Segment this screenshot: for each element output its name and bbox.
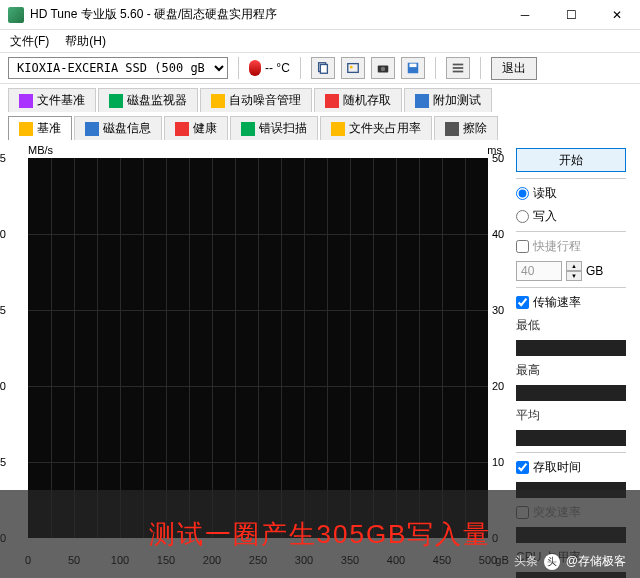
y-axis-left-label: MB/s [28, 144, 53, 156]
separator [516, 452, 626, 453]
maximize-button[interactable]: ☐ [548, 0, 594, 30]
separator [480, 57, 481, 79]
close-button[interactable]: ✕ [594, 0, 640, 30]
gb-label: GB [586, 264, 603, 278]
avg-value [516, 430, 626, 446]
temperature-value: -- °C [265, 61, 290, 75]
svg-point-5 [381, 67, 385, 71]
tab-磁盘监视器[interactable]: 磁盘监视器 [98, 88, 198, 112]
tab-磁盘信息[interactable]: 磁盘信息 [74, 116, 162, 140]
read-radio[interactable]: 读取 [516, 185, 626, 202]
settings-button[interactable] [446, 57, 470, 79]
start-button[interactable]: 开始 [516, 148, 626, 172]
tab-label: 磁盘信息 [103, 120, 151, 137]
tab-文件基准[interactable]: 文件基准 [8, 88, 96, 112]
tab-label: 磁盘监视器 [127, 92, 187, 109]
access-time-checkbox[interactable]: 存取时间 [516, 459, 626, 476]
min-value [516, 340, 626, 356]
menu-help[interactable]: 帮助(H) [59, 31, 112, 52]
save-button[interactable] [401, 57, 425, 79]
max-value [516, 385, 626, 401]
tab-label: 附加测试 [433, 92, 481, 109]
menu-file[interactable]: 文件(F) [4, 31, 55, 52]
tab-基准[interactable]: 基准 [8, 116, 72, 140]
tab-icon [85, 122, 99, 136]
window-title: HD Tune 专业版 5.60 - 硬盘/固态硬盘实用程序 [30, 6, 502, 23]
separator [516, 287, 626, 288]
tab-icon [19, 94, 33, 108]
tab-icon [415, 94, 429, 108]
transfer-rate-checkbox[interactable]: 传输速率 [516, 294, 626, 311]
annotation-overlay: 测试一圈产生305GB写入量 头条 头 @存储极客 [0, 490, 640, 578]
stepper-up[interactable]: ▲ [566, 261, 582, 271]
tab-icon [211, 94, 225, 108]
tab-错误扫描[interactable]: 错误扫描 [230, 116, 318, 140]
thermometer-icon [249, 60, 261, 76]
minimize-button[interactable]: ─ [502, 0, 548, 30]
tab-擦除[interactable]: 擦除 [434, 116, 498, 140]
drive-select[interactable]: KIOXIA-EXCERIA SSD (500 gB) [8, 57, 228, 79]
svg-rect-1 [320, 65, 327, 74]
separator [516, 231, 626, 232]
svg-rect-2 [348, 64, 359, 73]
tab-健康[interactable]: 健康 [164, 116, 228, 140]
tab-自动噪音管理[interactable]: 自动噪音管理 [200, 88, 312, 112]
copy-image-button[interactable] [341, 57, 365, 79]
tab-label: 随机存取 [343, 92, 391, 109]
watermark: 头条 头 @存储极客 [514, 553, 626, 570]
tab-label: 文件夹占用率 [349, 120, 421, 137]
tab-icon [325, 94, 339, 108]
svg-rect-10 [453, 71, 464, 73]
tab-label: 健康 [193, 120, 217, 137]
separator [238, 57, 239, 79]
max-label: 最高 [516, 362, 626, 379]
stepper-down[interactable]: ▼ [566, 271, 582, 281]
tab-label: 文件基准 [37, 92, 85, 109]
write-radio[interactable]: 写入 [516, 208, 626, 225]
separator [300, 57, 301, 79]
app-icon [8, 7, 24, 23]
tab-icon [241, 122, 255, 136]
svg-rect-8 [453, 64, 464, 66]
tab-随机存取[interactable]: 随机存取 [314, 88, 402, 112]
svg-point-3 [350, 66, 353, 69]
annotation-text: 测试一圈产生305GB写入量 [149, 517, 492, 552]
separator [516, 178, 626, 179]
tab-label: 自动噪音管理 [229, 92, 301, 109]
short-stroke-checkbox[interactable]: 快捷行程 [516, 238, 626, 255]
tab-label: 基准 [37, 120, 61, 137]
tab-icon [175, 122, 189, 136]
svg-rect-7 [409, 64, 416, 68]
exit-button[interactable]: 退出 [491, 57, 537, 80]
tab-icon [19, 122, 33, 136]
short-stroke-input[interactable] [516, 261, 562, 281]
svg-rect-9 [453, 67, 464, 69]
tab-icon [331, 122, 345, 136]
tab-icon [445, 122, 459, 136]
avg-label: 平均 [516, 407, 626, 424]
tab-附加测试[interactable]: 附加测试 [404, 88, 492, 112]
copy-text-button[interactable] [311, 57, 335, 79]
tab-label: 错误扫描 [259, 120, 307, 137]
min-label: 最低 [516, 317, 626, 334]
tab-icon [109, 94, 123, 108]
tab-文件夹占用率[interactable]: 文件夹占用率 [320, 116, 432, 140]
separator [435, 57, 436, 79]
tab-label: 擦除 [463, 120, 487, 137]
screenshot-button[interactable] [371, 57, 395, 79]
